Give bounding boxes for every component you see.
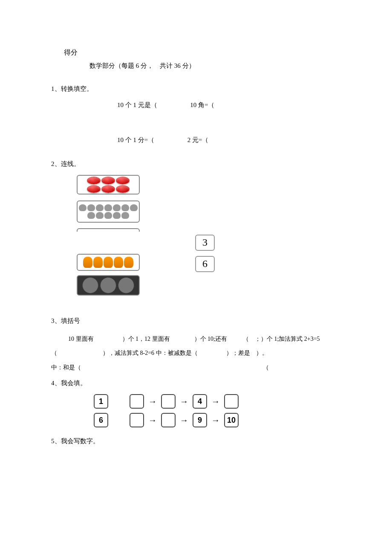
q2-title: 2、连线。 bbox=[51, 159, 341, 169]
faces-icon bbox=[82, 277, 134, 293]
q4-box-4: 4 bbox=[193, 394, 207, 409]
beans-icon bbox=[83, 177, 134, 193]
card-beans bbox=[77, 175, 140, 195]
q4-row2: 6 → → 9 → 10 bbox=[94, 413, 341, 427]
q4-box-empty bbox=[161, 413, 176, 427]
q4-box-6: 6 bbox=[94, 413, 108, 427]
arrow-icon: → bbox=[148, 413, 157, 427]
q4-title: 4、我会填。 bbox=[51, 378, 341, 388]
card-empty-partial bbox=[77, 228, 140, 232]
q3-l1a: 10 里面有 bbox=[68, 336, 94, 342]
q3-l2b: ），减法算式 8-2=6 中：被减数是（ bbox=[103, 350, 198, 356]
card-crabs bbox=[77, 254, 140, 271]
arrow-icon: → bbox=[180, 413, 188, 427]
q2-matching-area: 3 6 bbox=[77, 175, 341, 311]
q1-row1: 10 个 1 元是（ 10 角=（ bbox=[117, 100, 341, 110]
q5-title: 5、我会写数字。 bbox=[51, 436, 341, 446]
q4-box-empty bbox=[130, 413, 144, 427]
card-faces bbox=[77, 275, 140, 296]
number-card-3: 3 bbox=[195, 235, 215, 251]
q3-l1c: ）个 10;还有 bbox=[194, 336, 227, 342]
q4-box-1: 1 bbox=[94, 394, 108, 409]
arrow-icon: → bbox=[180, 395, 188, 408]
q4-box-9: 9 bbox=[193, 413, 207, 427]
q4-box-10: 10 bbox=[224, 413, 239, 427]
section-title: 数学部分（每题 6 分， 共计 36 分） bbox=[89, 61, 341, 71]
card-bees bbox=[77, 200, 140, 223]
q1-title: 1、转换填空。 bbox=[51, 84, 341, 94]
number-card-6: 6 bbox=[195, 256, 215, 272]
q3-l3b: （ bbox=[263, 364, 269, 371]
arrow-icon: → bbox=[211, 413, 220, 427]
q4-box-empty bbox=[224, 394, 239, 409]
q1-row2: 10 个 1 分=（ 2 元=（ bbox=[117, 135, 341, 145]
q3-l2a: （ bbox=[51, 350, 57, 356]
q1-item-b: 10 角=（ bbox=[190, 100, 214, 110]
q3-l1b: ）个 1，12 里面有 bbox=[122, 336, 170, 342]
score-label: 得分 bbox=[64, 47, 341, 58]
q4-row1: 1 → → 4 → bbox=[94, 394, 341, 409]
q4-box-empty bbox=[161, 394, 176, 409]
arrow-icon: → bbox=[211, 395, 220, 408]
q3-body: 10 里面有 ）个 1，12 里面有 ）个 10;还有 （ ；）个 1;加法算式… bbox=[68, 332, 341, 375]
q4-sequences: 1 → → 4 → 6 → → 9 → 10 bbox=[94, 394, 341, 427]
q4-box-empty bbox=[130, 394, 144, 409]
arrow-icon: → bbox=[148, 395, 157, 408]
crabs-icon bbox=[83, 257, 133, 268]
q3-l3a: 中：和是（ bbox=[51, 364, 81, 371]
q3-l2c: ）；差是 ）。 bbox=[226, 350, 268, 356]
q1-item-d: 2 元=（ bbox=[187, 135, 209, 145]
q1-item-a: 10 个 1 元是（ bbox=[117, 100, 157, 110]
q1-item-c: 10 个 1 分=（ bbox=[117, 135, 154, 145]
bees-icon bbox=[78, 204, 138, 219]
q3-l1d: （ ；）个 1;加法算式 2+3=5 bbox=[243, 336, 320, 342]
q3-title: 3、填括号 bbox=[51, 316, 341, 326]
